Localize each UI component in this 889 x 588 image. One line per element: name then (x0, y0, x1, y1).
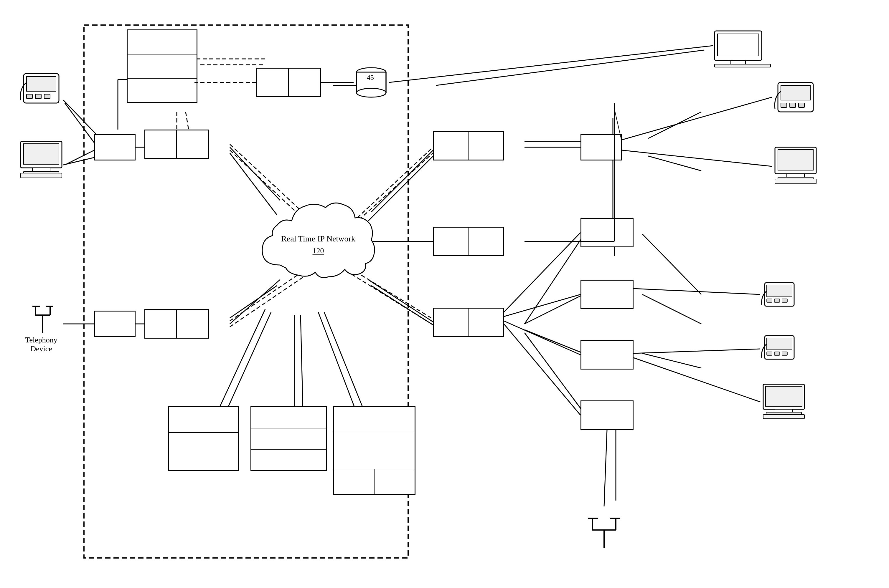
svg-line-46 (648, 112, 701, 138)
svg-text:120: 120 (313, 246, 324, 255)
telephone-10b-icon (772, 74, 819, 121)
cloud-network: Real Time IP Network 120 (256, 183, 380, 294)
imcp-label-ss7p (434, 228, 468, 255)
svg-rect-63 (715, 64, 770, 67)
ce-label-50a (145, 130, 177, 158)
svg-line-24 (525, 294, 584, 324)
svg-rect-81 (781, 86, 810, 100)
svg-rect-67 (35, 94, 41, 99)
telephone-10a-icon (18, 65, 65, 112)
svg-rect-73 (21, 173, 62, 178)
svg-rect-60 (718, 34, 759, 56)
svg-line-47 (648, 156, 701, 171)
svg-rect-66 (27, 94, 32, 99)
ce-label-50b (468, 132, 503, 160)
network-monitor-area (713, 30, 772, 70)
svg-line-111 (65, 103, 94, 143)
co-30a (94, 134, 135, 160)
svg-line-43 (642, 294, 701, 324)
svg-rect-96 (767, 338, 792, 350)
conf-imcp (169, 407, 238, 433)
c4p-label (468, 309, 503, 336)
svg-rect-84 (799, 103, 805, 108)
svg-line-48 (63, 100, 100, 138)
imcp-label-c4p (434, 309, 468, 336)
billing-db-icon (353, 65, 389, 100)
gatelink-vlink-box (250, 406, 327, 471)
svg-rect-97 (767, 352, 772, 356)
ce-imcp-50a (144, 129, 209, 159)
gateway-app-gatelink (128, 54, 197, 79)
svg-line-23 (525, 236, 584, 324)
svg-rect-98 (775, 352, 780, 356)
svg-line-44 (642, 353, 701, 368)
svg-line-42 (642, 234, 701, 294)
computer-97c-icon (760, 383, 807, 421)
gateway-app-imcp (128, 30, 197, 54)
conf-box (168, 406, 239, 471)
gateway-app-box (127, 30, 197, 103)
svg-rect-102 (775, 409, 793, 412)
svg-rect-82 (781, 103, 787, 108)
telephony-device-icon (30, 297, 56, 333)
svg-rect-71 (32, 168, 50, 171)
svg-line-116 (504, 294, 581, 316)
svg-line-113 (622, 97, 772, 140)
co-30b (581, 134, 622, 160)
svg-line-115 (504, 232, 581, 312)
c4-94d (581, 400, 633, 430)
conf-label (169, 433, 238, 470)
imcp-label-50a (177, 130, 208, 158)
svg-line-29 (436, 50, 704, 86)
svg-line-114 (622, 150, 772, 166)
imcp-cas-box (256, 68, 321, 97)
co-30c (94, 310, 135, 337)
imcp-label-50c (177, 310, 208, 338)
svg-rect-101 (766, 386, 802, 406)
gatelink-imcp (251, 407, 326, 428)
svg-rect-94 (782, 299, 787, 302)
svg-line-119 (633, 288, 760, 294)
svg-line-120 (633, 349, 760, 353)
ss7p-label (468, 228, 503, 255)
ss7-label-box (375, 470, 415, 494)
telephony-device-label: TelephonyDevice (15, 336, 68, 353)
svg-rect-86 (778, 150, 813, 170)
svg-line-26 (525, 333, 584, 412)
svg-rect-103 (766, 412, 802, 415)
svg-rect-92 (767, 299, 772, 302)
ce-imcp-50b (433, 131, 504, 160)
imcp-ss7p-box (433, 227, 504, 256)
svg-text:Real Time IP Network: Real Time IP Network (281, 234, 355, 243)
c4-94a (581, 218, 633, 248)
translation-box (333, 406, 415, 495)
ce-imcp-50c (144, 309, 209, 339)
h323-label (334, 470, 375, 494)
svg-rect-93 (775, 299, 780, 302)
svg-line-112 (65, 150, 94, 165)
svg-rect-70 (24, 144, 59, 164)
computer-15a-icon (18, 138, 65, 180)
label-45: 45 (367, 74, 374, 81)
svg-line-118 (504, 324, 581, 415)
computer-15b-icon (772, 144, 819, 186)
svg-rect-104 (763, 415, 805, 419)
svg-line-117 (504, 321, 581, 355)
gatelink-label (251, 428, 326, 450)
imcp-c4p-box (433, 308, 504, 337)
svg-rect-99 (782, 352, 787, 356)
svg-line-121 (633, 358, 760, 402)
phone-97b-icon (760, 330, 799, 368)
gateway-app-application (128, 79, 197, 102)
cas-label (289, 69, 320, 96)
imcp-label-50b (434, 132, 468, 160)
svg-line-25 (525, 330, 584, 353)
translation-imcp (334, 407, 415, 432)
svg-rect-68 (44, 94, 50, 99)
svg-point-56 (357, 88, 386, 97)
ce-label-50c (145, 310, 177, 338)
network-monitor-icon (713, 30, 772, 68)
translation-bottom (334, 470, 415, 494)
c4-94b (581, 280, 633, 309)
imcp-label-cas (257, 69, 289, 96)
